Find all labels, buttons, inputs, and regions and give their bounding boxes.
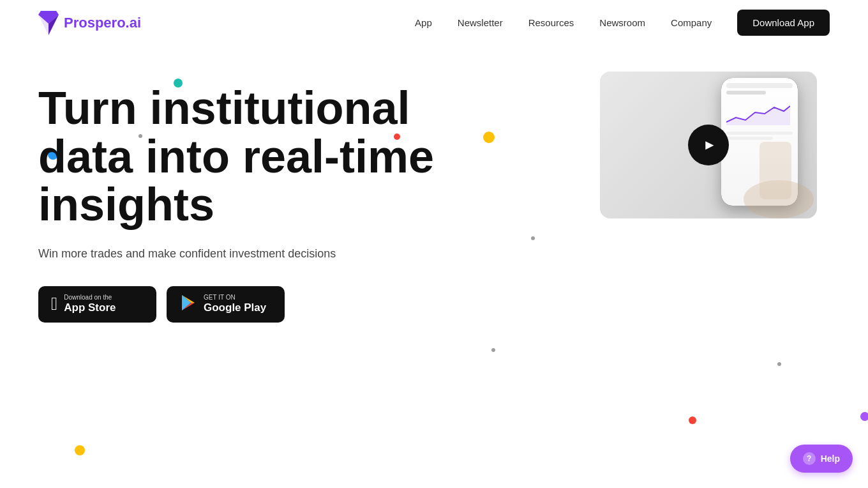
decorative-dot [491, 348, 495, 352]
play-icon: ► [703, 137, 717, 153]
hero-subtitle: Win more trades and make confident inves… [38, 247, 370, 261]
googleplay-button[interactable]: GET IT ON Google Play [167, 286, 285, 323]
googleplay-label-small: GET IT ON [204, 294, 266, 301]
logo-text: Prospero.ai [64, 15, 141, 31]
apple-icon:  [51, 295, 57, 313]
nav-app[interactable]: App [415, 17, 432, 28]
logo-icon [38, 11, 59, 35]
nav-resources[interactable]: Resources [528, 17, 574, 28]
nav-download-app-button[interactable]: Download App [737, 10, 830, 36]
nav-links: App Newsletter Resources Newsroom Compan… [415, 17, 830, 29]
appstore-label-small: Download on the [64, 294, 116, 301]
googleplay-label-large: Google Play [204, 301, 266, 314]
nav-newsletter[interactable]: Newsletter [458, 17, 503, 28]
decorative-dot [75, 445, 85, 455]
hero-title: Turn institutional data into real-time i… [38, 84, 485, 229]
help-button[interactable]: ? Help [790, 445, 853, 473]
video-thumbnail: ► [600, 72, 817, 218]
video-section: ► Video Product Overview [600, 72, 830, 218]
logo[interactable]: Prospero.ai [38, 11, 141, 35]
navbar: Prospero.ai App Newsletter Resources New… [0, 0, 868, 46]
hand-image [715, 103, 817, 218]
decorative-dot [689, 416, 696, 424]
hero-content: Turn institutional data into real-time i… [38, 72, 574, 323]
svg-rect-2 [760, 142, 791, 199]
appstore-button[interactable]:  Download on the App Store [38, 286, 156, 323]
nav-newsroom[interactable]: Newsroom [599, 17, 645, 28]
decorative-dot [777, 362, 781, 366]
video-card[interactable]: ► Video Product Overview [600, 72, 817, 218]
store-buttons:  Download on the App Store [38, 286, 574, 323]
help-label: Help [821, 454, 840, 464]
help-icon: ? [803, 452, 816, 465]
decorative-dot [860, 412, 868, 421]
appstore-label-large: App Store [64, 301, 116, 314]
play-button[interactable]: ► [688, 125, 729, 165]
google-play-icon [179, 294, 197, 315]
hero-section: Turn institutional data into real-time i… [0, 46, 868, 323]
nav-company[interactable]: Company [671, 17, 712, 28]
